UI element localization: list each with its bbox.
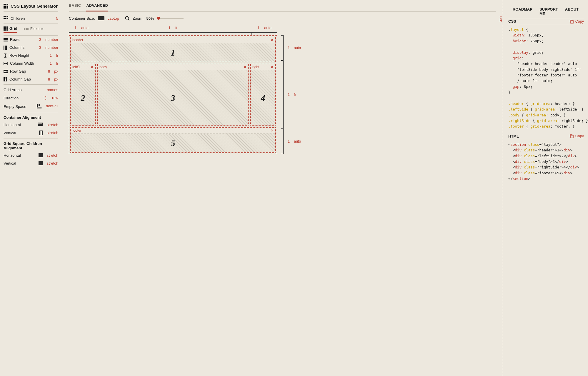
col-axis-2[interactable]: 1fr [94, 26, 252, 31]
svg-rect-21 [4, 29, 5, 31]
svg-rect-10 [5, 16, 6, 17]
close-icon[interactable]: ✕ [271, 38, 274, 42]
col-gap-count[interactable]: 8 [48, 77, 50, 81]
row-gap-unit[interactable]: px [54, 69, 58, 73]
nav-about[interactable]: ABOUT [565, 7, 579, 16]
hide-panel-button[interactable]: Hide [499, 15, 503, 24]
sa-horizontal-value[interactable]: stretch [47, 153, 58, 158]
col-axis-3[interactable]: 1auto [252, 26, 277, 31]
zoom-slider[interactable] [157, 18, 184, 19]
children-count[interactable]: 5 [56, 16, 58, 21]
svg-rect-28 [4, 39, 8, 40]
col-gap-unit[interactable]: px [54, 77, 58, 81]
html-panel-title: HTML [508, 134, 519, 138]
tab-basic[interactable]: BASIC [69, 0, 81, 11]
close-icon[interactable]: ✕ [271, 128, 274, 133]
container-alignment-title: Container Alignment [4, 115, 58, 120]
rows-icon [4, 38, 8, 41]
row-gap-count[interactable]: 8 [48, 69, 50, 73]
svg-rect-14 [7, 18, 8, 19]
copy-html-button[interactable]: Copy [569, 134, 584, 138]
rows-label: Rows [10, 37, 20, 42]
columns-count[interactable]: 3 [39, 45, 41, 50]
empty-space-label: Empty Space [4, 104, 26, 109]
close-icon[interactable]: ✕ [244, 65, 246, 69]
zoom-label: Zoom: [133, 16, 144, 21]
nav-roadmap[interactable]: ROADMAP [513, 7, 532, 16]
svg-rect-13 [5, 18, 6, 19]
grid-cell-leftside[interactable]: leftSi…✕ 2 [70, 64, 96, 126]
close-icon[interactable]: ✕ [271, 65, 274, 69]
cell-body-num: 3 [98, 70, 248, 125]
flexbox-tab-icon [24, 28, 29, 30]
svg-rect-7 [5, 7, 6, 9]
col-gap-label: Column Gap [9, 77, 31, 81]
svg-rect-4 [5, 6, 6, 7]
rows-unit[interactable]: number [45, 37, 58, 42]
col-axis-1[interactable]: 1auto [69, 26, 94, 31]
zoom-value: 50% [146, 16, 154, 21]
cell-body-label: body [99, 65, 107, 69]
tab-flexbox[interactable]: Flexbox [24, 26, 44, 33]
row-axis-2[interactable]: 1fr [288, 61, 305, 129]
svg-rect-2 [7, 4, 8, 5]
svg-rect-3 [4, 6, 5, 7]
row-height-count[interactable]: 1 [50, 53, 52, 58]
close-icon[interactable]: ✕ [91, 65, 94, 69]
tab-grid[interactable]: Grid [4, 26, 17, 33]
ca-vertical-value[interactable]: stretch [47, 131, 58, 135]
svg-rect-36 [4, 77, 5, 81]
row-height-unit[interactable]: fr [56, 53, 58, 58]
ca-horizontal-value[interactable]: stretch [47, 123, 58, 127]
columns-unit[interactable]: number [45, 45, 58, 50]
svg-rect-44 [571, 135, 573, 138]
grid-cell-body[interactable]: body✕ 3 [97, 64, 249, 126]
svg-rect-22 [5, 29, 6, 31]
container-size-value[interactable]: Laptop [107, 16, 119, 21]
ca-horizontal-label: Horizontal [4, 123, 21, 127]
nav-support[interactable]: SUPPORT ME [539, 7, 558, 16]
row-axis-3[interactable]: 1auto [288, 129, 305, 154]
cell-left-num: 2 [71, 70, 95, 125]
grid-tab-icon [4, 26, 8, 31]
direction-value[interactable]: row [52, 96, 58, 100]
svg-rect-17 [6, 26, 8, 28]
svg-rect-31 [5, 46, 6, 50]
svg-rect-5 [7, 6, 8, 7]
row-axis-1[interactable]: 1auto [288, 35, 305, 61]
columns-icon [4, 46, 7, 50]
svg-rect-43 [571, 21, 573, 23]
col-width-count[interactable]: 1 [50, 61, 52, 66]
css-panel-title: CSS [508, 19, 516, 24]
row-ruler-3 [281, 129, 284, 154]
copy-css-button[interactable]: Copy [569, 19, 584, 24]
col-width-unit[interactable]: fr [56, 61, 58, 66]
app-title: CSS Layout Generator [11, 4, 58, 9]
grid-cell-header[interactable]: header✕ 1 [70, 37, 276, 62]
grid-cell-rightside[interactable]: right…✕ 4 [250, 64, 276, 126]
copy-html-label: Copy [575, 134, 584, 138]
tab-advanced[interactable]: ADVANCED [86, 0, 108, 11]
row-ruler-2 [281, 61, 284, 129]
tab-grid-label: Grid [9, 26, 17, 31]
empty-space-value[interactable]: dont-fill [46, 104, 58, 109]
columns-label: Columns [9, 45, 24, 50]
css-code-block: .layout { width: 1366px; height: 768px; … [508, 27, 584, 129]
zoom-slider-thumb[interactable] [157, 17, 160, 20]
col-width-label: Column Width [10, 61, 34, 66]
svg-rect-16 [5, 26, 6, 28]
grid-cell-footer[interactable]: footer✕ 5 [70, 127, 276, 153]
svg-rect-6 [4, 7, 5, 9]
cell-left-label: leftSi… [72, 65, 84, 69]
sa-vertical-value[interactable]: stretch [47, 161, 58, 166]
layout-canvas[interactable]: header✕ 1 leftSi…✕ 2 body✕ 3 right…✕ 4 f… [69, 35, 277, 154]
search-icon [125, 16, 130, 21]
copy-icon [569, 134, 574, 138]
grid-areas-value[interactable]: names [47, 88, 58, 92]
cell-right-label: right… [252, 65, 263, 69]
direction-icon [43, 96, 48, 100]
svg-rect-37 [6, 77, 7, 81]
rows-count[interactable]: 3 [39, 37, 41, 42]
copy-icon [569, 19, 574, 24]
ca-vertical-label: Vertical [4, 131, 16, 135]
